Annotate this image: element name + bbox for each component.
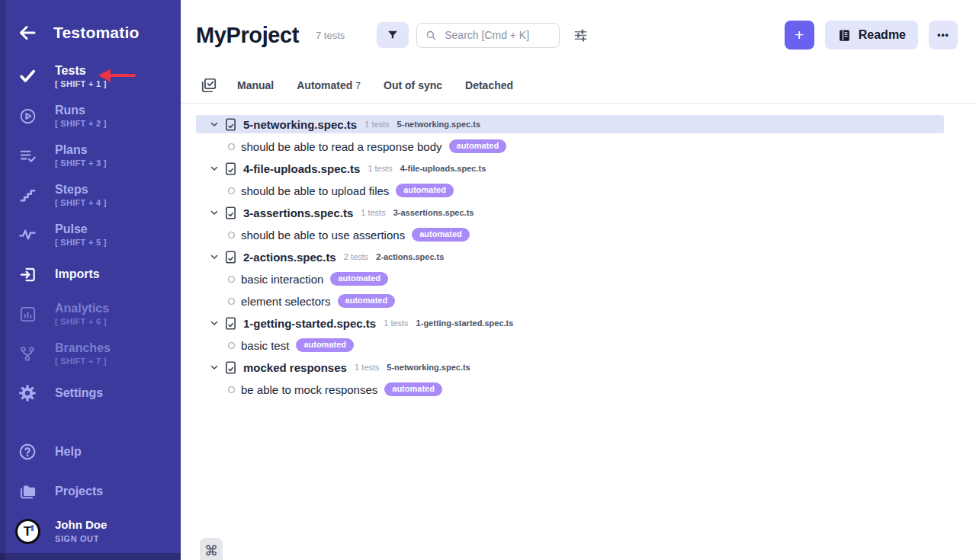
avatar: T <box>15 519 40 544</box>
spec-file-icon <box>225 251 236 264</box>
group-name[interactable]: 5-networking.spec.ts <box>243 118 357 131</box>
tab-manual[interactable]: Manual <box>237 79 274 91</box>
funnel-icon <box>387 29 399 41</box>
chevron-down-icon[interactable] <box>210 164 219 173</box>
tabs-row: Manual Automated7 Out of sync Detached <box>181 67 976 104</box>
test-row[interactable]: basic test automated <box>196 336 944 354</box>
select-all-icon <box>201 77 217 94</box>
sign-out-link[interactable]: SIGN OUT <box>55 534 107 543</box>
sidebar: Testomatio Tests [ SHIFT + 1 ] Runs [ SH… <box>0 0 181 560</box>
group-file-name: 2-actions.spec.ts <box>376 252 444 261</box>
group-test-count: 1 tests <box>361 208 385 217</box>
group-name[interactable]: 4-file-uploads.spec.ts <box>243 162 360 175</box>
filter-button[interactable] <box>377 22 409 48</box>
sidebar-item-imports[interactable]: Imports <box>0 254 181 294</box>
test-row[interactable]: should be able to upload files automated <box>196 181 944 200</box>
sidebar-item-user[interactable]: T John Doe SIGN OUT <box>0 511 181 551</box>
automated-badge: automated <box>396 184 454 197</box>
chevron-down-icon[interactable] <box>210 208 219 217</box>
sidebar-item-help[interactable]: Help <box>0 432 181 472</box>
test-row[interactable]: be able to mock responses automated <box>196 380 944 398</box>
sidebar-item-pulse[interactable]: Pulse [ SHIFT + 5 ] <box>0 215 181 254</box>
book-icon <box>837 28 852 43</box>
chevron-down-icon[interactable] <box>210 252 219 261</box>
automated-badge: automated <box>384 382 442 396</box>
command-key-button[interactable]: ⌘ <box>200 538 223 560</box>
tab-detached[interactable]: Detached <box>465 79 513 91</box>
sidebar-item-steps[interactable]: Steps [ SHIFT + 4 ] <box>0 175 181 215</box>
add-button[interactable]: + <box>785 21 814 50</box>
more-button[interactable]: ••• <box>929 21 958 50</box>
sidebar-item-plans[interactable]: Plans [ SHIFT + 3 ] <box>0 136 181 175</box>
group-name[interactable]: 3-assertions.spec.ts <box>243 206 353 219</box>
sidebar-item-shortcut: [ SHIFT + 4 ] <box>55 198 107 207</box>
sidebar-item-shortcut: [ SHIFT + 6 ] <box>55 317 109 326</box>
group-name[interactable]: 1-getting-started.spec.ts <box>243 317 376 330</box>
automated-badge: automated <box>412 228 470 242</box>
sidebar-item-label: Branches <box>55 341 111 355</box>
group-file-name: 5-networking.spec.ts <box>397 120 480 129</box>
sidebar-item-analytics[interactable]: Analytics [ SHIFT + 6 ] <box>0 294 181 334</box>
test-row[interactable]: should be able to read a response body a… <box>196 137 944 155</box>
readme-button[interactable]: Readme <box>825 21 918 50</box>
chevron-down-icon[interactable] <box>210 120 219 129</box>
branch-icon <box>0 345 55 363</box>
stairs-icon <box>0 187 55 204</box>
adjustments-button[interactable] <box>570 25 591 46</box>
automated-badge: automated <box>338 294 396 308</box>
automated-badge: automated <box>296 338 354 352</box>
chevron-down-icon[interactable] <box>210 318 219 328</box>
test-group-row[interactable]: 4-file-uploads.spec.ts 1 tests 4-file-up… <box>196 159 944 178</box>
search-input[interactable] <box>443 28 550 42</box>
check-icon <box>0 68 55 85</box>
sidebar-item-settings[interactable]: Settings <box>0 373 181 413</box>
play-icon <box>0 107 55 125</box>
test-title[interactable]: basic interaction <box>241 273 323 286</box>
group-name[interactable]: mocked responses <box>243 361 347 374</box>
test-status-icon <box>228 143 235 150</box>
test-status-icon <box>228 386 235 393</box>
test-title[interactable]: element selectors <box>241 295 331 308</box>
sidebar-item-shortcut: [ SHIFT + 3 ] <box>55 158 107 168</box>
test-title[interactable]: be able to mock responses <box>241 383 377 396</box>
sidebar-item-runs[interactable]: Runs [ SHIFT + 2 ] <box>0 96 181 136</box>
sidebar-footer-nav: Help Projects <box>0 432 181 511</box>
test-group-row[interactable]: 2-actions.spec.ts 2 tests 2-actions.spec… <box>196 248 944 266</box>
user-name: John Doe <box>55 519 107 532</box>
sidebar-item-projects[interactable]: Projects <box>0 472 181 511</box>
sidebar-item-shortcut: [ SHIFT + 1 ] <box>55 79 107 88</box>
test-row[interactable]: should be able to use assertions automat… <box>196 226 944 244</box>
tab-automated[interactable]: Automated7 <box>297 79 361 91</box>
test-group-row[interactable]: 5-networking.spec.ts 1 tests 5-networkin… <box>196 115 944 133</box>
sidebar-item-label: Settings <box>55 386 103 400</box>
brand-title: Testomatio <box>53 24 139 42</box>
select-all-button[interactable] <box>201 77 217 94</box>
readme-label: Readme <box>859 28 906 42</box>
sidebar-item-label: Tests <box>55 64 107 78</box>
search-icon <box>426 30 436 41</box>
test-group-row[interactable]: 3-assertions.spec.ts 1 tests 3-assertion… <box>196 203 944 222</box>
tab-out-of-sync[interactable]: Out of sync <box>384 79 442 91</box>
test-row[interactable]: element selectors automated <box>196 292 944 310</box>
sliders-icon <box>573 28 588 43</box>
group-file-name: 4-file-uploads.spec.ts <box>400 164 486 173</box>
spec-file-icon <box>225 162 236 175</box>
group-test-count: 2 tests <box>344 252 368 261</box>
sidebar-item-label: Projects <box>55 485 103 498</box>
sidebar-item-shortcut: [ SHIFT + 2 ] <box>55 119 107 128</box>
test-title[interactable]: basic test <box>241 339 289 352</box>
test-title[interactable]: should be able to upload files <box>241 184 389 197</box>
test-title[interactable]: should be able to read a response body <box>241 140 442 153</box>
group-name[interactable]: 2-actions.spec.ts <box>243 251 336 264</box>
chevron-down-icon[interactable] <box>210 363 219 372</box>
test-row[interactable]: basic interaction automated <box>196 270 944 288</box>
sidebar-item-tests[interactable]: Tests [ SHIFT + 1 ] <box>0 56 181 96</box>
test-title[interactable]: should be able to use assertions <box>241 229 405 242</box>
group-test-count: 1 tests <box>384 318 408 328</box>
sidebar-header: Testomatio <box>0 0 181 47</box>
back-arrow-icon[interactable] <box>17 21 40 44</box>
test-group-row[interactable]: 1-getting-started.spec.ts 1 tests 1-gett… <box>196 314 944 332</box>
sidebar-item-branches[interactable]: Branches [ SHIFT + 7 ] <box>0 334 181 373</box>
test-group-row[interactable]: mocked responses 1 tests 5-networking.sp… <box>196 358 944 376</box>
search-box[interactable] <box>416 23 560 48</box>
